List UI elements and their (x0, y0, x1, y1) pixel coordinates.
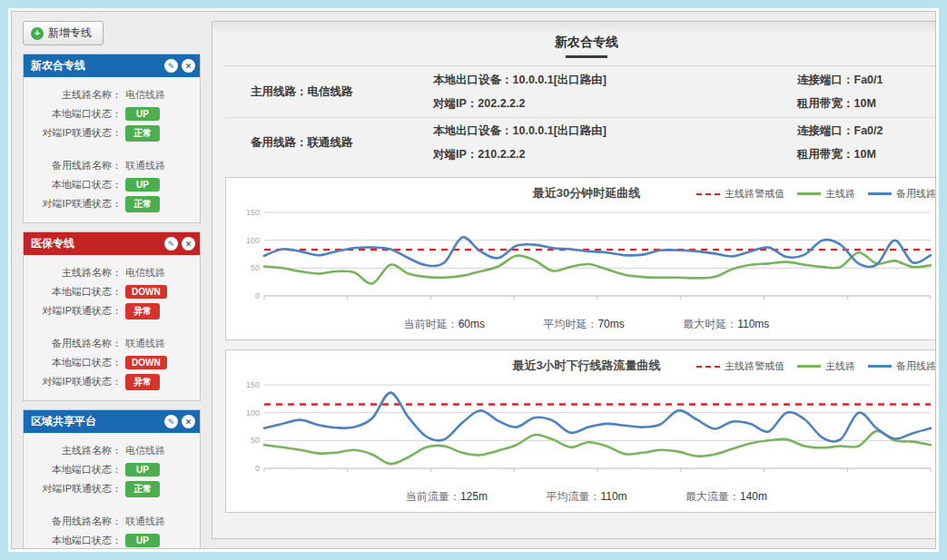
chart-svg: 050100150 (233, 378, 936, 485)
status-badge: UP (125, 107, 160, 121)
main-title-wrap: 新农合专线 (225, 22, 936, 65)
field-value: 联通线路 (125, 337, 165, 350)
stat-value: 125m (460, 490, 488, 503)
field-value: 电信线路 (125, 88, 165, 102)
field-label: 本地端口状态： (27, 285, 122, 299)
close-icon[interactable]: ✕ (182, 415, 195, 428)
legend-item-main-line: 主线路 (797, 187, 855, 201)
field-row: 对端IP联通状态： 异常 (27, 301, 194, 320)
line-info-table: 主用线路：电信线路 本地出口设备：10.0.0.1[出口路由] 对端IP：202… (225, 65, 936, 168)
status-badge: 正常 (125, 196, 160, 212)
svg-text:100: 100 (246, 408, 260, 418)
svg-text:50: 50 (251, 436, 260, 445)
legend-label: 主线路 (825, 187, 855, 201)
legend-item-threshold: 主线路警戒值 (696, 359, 784, 373)
line-panel-yibao: 医保专线 ✎ ✕ 主线路名称： 电信线路 本地端口状态： DOWN 对端IP联通… (23, 231, 201, 401)
legend-label: 主线路警戒值 (725, 187, 784, 201)
port-value: 连接端口：Fa0/1 (797, 73, 936, 88)
close-icon[interactable]: ✕ (182, 237, 195, 251)
add-line-button[interactable]: + 新增专线 (23, 21, 104, 45)
field-label: 本地端口状态： (27, 463, 122, 476)
stat-label: 当前流量： (406, 490, 460, 503)
field-label: 对端IP联通状态： (27, 126, 122, 140)
stat-label: 最大时延： (683, 318, 737, 330)
peer-ip-value: 对端IP：210.2.2.2 (433, 147, 734, 162)
device-value: 本地出口设备：10.0.0.1[出口路由] (433, 73, 734, 88)
field-label: 本地端口状态： (27, 534, 122, 547)
legend-item-backup-line: 备用线路 (868, 187, 936, 201)
threshold-line-icon (696, 366, 720, 368)
svg-text:100: 100 (246, 236, 260, 245)
content-area: + 新增专线 新农合专线 ✎ ✕ 主线路名称： 电信线路 本地端口状态： UP (11, 11, 936, 549)
plus-icon: + (31, 27, 44, 40)
line-name: 主用线路：电信线路 (225, 84, 420, 100)
page-title: 新农合专线 (225, 34, 936, 51)
status-badge: 正常 (125, 125, 160, 142)
traffic-chart: 050100150 (233, 378, 936, 485)
field-row: 备用线路名称： 联通线路 (27, 334, 194, 353)
main-panel: 新农合专线 主用线路：电信线路 本地出口设备：10.0.0.1[出口路由] 对端… (212, 21, 936, 539)
field-row: 本地端口状态： UP (27, 104, 194, 123)
backup-line-icon (868, 192, 892, 195)
field-label: 备用线路名称： (27, 159, 122, 172)
edit-icon[interactable]: ✎ (164, 415, 178, 428)
field-label: 对端IP联通状态： (27, 375, 122, 388)
stat-value: 110m (600, 490, 626, 503)
panel-title: 区域共享平台 (31, 414, 161, 429)
panel-title: 医保专线 (31, 236, 161, 251)
field-value: 联通线路 (125, 515, 165, 528)
field-label: 主线路名称： (27, 266, 122, 280)
line-panel-quyu: 区域共享平台 ✎ ✕ 主线路名称： 电信线路 本地端口状态： UP 对端IP联通… (23, 409, 201, 549)
chart-svg: 050100150 (233, 205, 936, 312)
latency-chart: 050100150 (233, 205, 936, 312)
field-label: 本地端口状态： (27, 107, 122, 121)
stat-value: 60ms (459, 318, 485, 330)
status-badge: UP (125, 534, 160, 547)
stat-label: 最大流量： (686, 490, 740, 503)
peer-ip-value: 对端IP：202.2.2.2 (433, 96, 734, 112)
field-row: 对端IP联通状态： 异常 (27, 372, 194, 391)
edit-icon[interactable]: ✎ (164, 59, 178, 73)
field-row: 主线路名称： 电信线路 (27, 263, 194, 282)
status-badge: UP (125, 178, 160, 192)
svg-text:150: 150 (246, 208, 260, 217)
main-line-icon (797, 365, 821, 368)
main-line-icon (797, 192, 821, 195)
legend-item-main-line: 主线路 (797, 359, 855, 373)
chart-legend: 主线路警戒值 主线路 备用线路 (696, 187, 936, 201)
svg-text:150: 150 (246, 380, 260, 389)
edit-icon[interactable]: ✎ (164, 237, 178, 251)
stat-label: 平均流量： (546, 490, 600, 503)
threshold-line-icon (696, 193, 720, 195)
device-value: 本地出口设备：10.0.0.1[出口路由] (433, 123, 734, 139)
panel-body: 主线路名称： 电信线路 本地端口状态： UP 对端IP联通状态： 正常 备用线路… (24, 77, 200, 222)
info-row-backup: 备用线路：联通线路 本地出口设备：10.0.0.1[出口路由] 对端IP：210… (225, 117, 936, 168)
page-frame: + 新增专线 新农合专线 ✎ ✕ 主线路名称： 电信线路 本地端口状态： UP (0, 0, 947, 560)
latency-stats: 当前时延：60ms 平均时延：70ms 最大时延：110ms (233, 312, 936, 336)
field-row: 主线路名称： 电信线路 (27, 85, 194, 104)
stat-value: 70ms (597, 318, 624, 330)
field-row: 备用线路名称： 联通线路 (27, 156, 194, 175)
field-row: 对端IP联通状态： 正常 (27, 123, 194, 142)
field-value: 电信线路 (125, 444, 165, 457)
legend-item-backup-line: 备用线路 (868, 359, 936, 373)
port-value: 连接端口：Fa0/2 (797, 123, 936, 139)
field-row: 本地端口状态： UP (27, 460, 194, 479)
traffic-stats: 当前流量：125m 平均流量：110m 最大流量：140m (233, 485, 936, 508)
field-label: 本地端口状态： (27, 178, 122, 192)
panel-header: 医保专线 ✎ ✕ (24, 232, 200, 255)
panel-body: 主线路名称： 电信线路 本地端口状态： UP 对端IP联通状态： 正常 备用线路… (24, 433, 200, 549)
latency-chart-panel: 最近30分钟时延曲线 主线路警戒值 主线路 备用线路 0 (225, 177, 936, 340)
close-icon[interactable]: ✕ (182, 59, 195, 73)
svg-text:0: 0 (255, 291, 260, 300)
field-label: 对端IP联通状态： (27, 482, 122, 496)
field-label: 主线路名称： (27, 444, 122, 457)
panel-header: 区域共享平台 ✎ ✕ (24, 410, 200, 433)
legend-label: 主线路 (825, 359, 855, 373)
stat-label: 平均时延： (543, 318, 597, 330)
svg-text:50: 50 (251, 263, 260, 272)
field-row: 本地端口状态： UP (27, 531, 194, 549)
status-badge: 异常 (125, 303, 160, 319)
field-row: 本地端口状态： UP (27, 175, 194, 194)
traffic-chart-panel: 最近3小时下行线路流量曲线 主线路警戒值 主线路 备用线路 (225, 349, 936, 513)
